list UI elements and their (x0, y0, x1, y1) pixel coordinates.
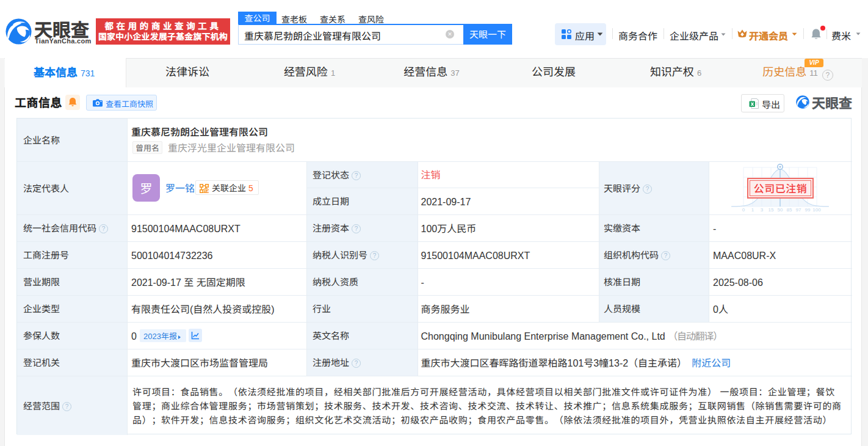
svg-text:企: 企 (203, 186, 209, 193)
svg-text:100: 100 (812, 207, 821, 213)
svg-text:99: 99 (805, 207, 811, 213)
svg-text:50: 50 (778, 207, 783, 213)
svg-text:3: 3 (761, 207, 764, 213)
svg-text:0: 0 (742, 207, 745, 213)
svg-text:85: 85 (787, 207, 792, 213)
svg-text:97: 97 (796, 207, 801, 213)
svg-text:1: 1 (751, 207, 754, 213)
svg-text:15: 15 (769, 207, 774, 213)
